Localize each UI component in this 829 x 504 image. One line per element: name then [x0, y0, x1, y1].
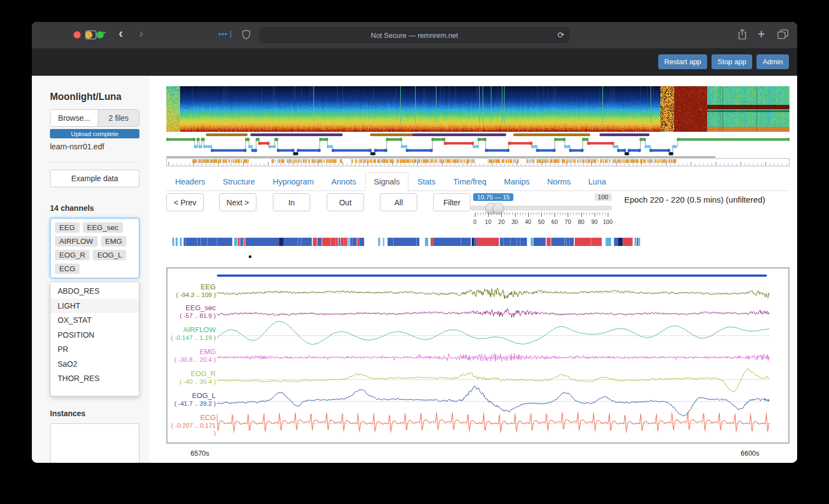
forward-icon[interactable]: ›: [139, 28, 143, 39]
tab-signals[interactable]: Signals: [365, 172, 409, 191]
files-count-label: 2 files: [98, 110, 139, 126]
instances-label: Instances: [50, 409, 86, 418]
tab-luna[interactable]: Luna: [580, 172, 615, 191]
epoch-status-label: Epoch 220 - 220 (0.5 mins) (unfiltered): [624, 195, 765, 204]
page-content: Moonlight/Luna Browse... 2 files Upload …: [32, 76, 797, 463]
x-axis-end-label: 6600s: [741, 450, 759, 457]
tab-hypnogram[interactable]: Hypnogram: [264, 172, 323, 191]
slider-tick-100: 100: [603, 219, 613, 225]
all-button[interactable]: All: [380, 193, 417, 211]
channel-tag-emg[interactable]: EMG: [101, 236, 127, 247]
channel-tag-eeg_sec[interactable]: EEG_sec: [83, 222, 123, 233]
channel-label-emg: EMG( -30.8 .. 20.4 ): [169, 348, 216, 363]
channel-option-abdo_res[interactable]: ABDO_RES: [51, 284, 139, 299]
channel-option-sao2[interactable]: SaO2: [51, 357, 139, 372]
reload-icon[interactable]: ⟳: [557, 30, 564, 40]
channel-label-eeg: EEG( -94.3 .. 109 ): [169, 283, 216, 299]
restart-app-button[interactable]: Restart app: [658, 54, 707, 69]
channel-label-airflow: AIRFLOW( -0.147 .. 1.19 ): [169, 326, 216, 341]
slider-ruler: [470, 212, 612, 217]
recording-extent-line: [166, 156, 715, 158]
channel-option-position[interactable]: POSITION: [51, 328, 139, 343]
slider-max-badge: 100: [595, 193, 612, 201]
slider-tick-0: 0: [473, 219, 477, 225]
slider-tick-60: 60: [551, 219, 558, 225]
close-window-button[interactable]: [74, 31, 81, 38]
sidebar-toggle-icon[interactable]: [85, 30, 97, 42]
extensions-icon[interactable]: •••❘: [219, 30, 234, 38]
epoch-range-slider: 10.75 — 15 100 0102030405060708090100: [470, 193, 613, 226]
channel-tag-eeg[interactable]: EEG: [55, 222, 80, 233]
tab-stats[interactable]: Stats: [408, 172, 444, 191]
slider-tick-70: 70: [565, 219, 572, 225]
filter-button[interactable]: Filter: [433, 193, 470, 211]
browser-toolbar: ⌄ ‹ › •••❘ Not Secure — remnrem.net ⟳ +: [32, 22, 797, 48]
channel-tag-ecg[interactable]: ECG: [55, 264, 80, 274]
sidebar-divider: [50, 162, 139, 163]
channel-label-eog_r: EOG_R( -40 .. 30.4 ): [169, 370, 216, 385]
share-icon[interactable]: [737, 29, 747, 42]
tab-time-freq[interactable]: Time/freq: [444, 172, 495, 191]
main-panel: HeadersStructureHypnogramAnnotsSignalsSt…: [149, 76, 797, 463]
x-axis-start-label: 6570s: [191, 450, 209, 457]
slider-range-badge: 10.75 — 15: [473, 193, 513, 201]
channel-tag-eog_r[interactable]: EOG_R: [55, 250, 89, 260]
browse-button[interactable]: Browse...: [51, 110, 98, 126]
zoom-in-button[interactable]: In: [273, 193, 310, 211]
slider-tick-20: 20: [498, 219, 505, 225]
instances-input[interactable]: [50, 423, 139, 463]
channel-tag-eog_l[interactable]: EOG_L: [93, 250, 126, 260]
tab-overview-icon[interactable]: [777, 29, 788, 42]
signal-traces: [217, 268, 770, 443]
spectrogram[interactable]: [166, 86, 789, 132]
channels-count-label: 14 channels: [50, 204, 94, 212]
example-data-button[interactable]: Example data: [50, 170, 139, 187]
zoom-out-button[interactable]: Out: [327, 193, 364, 211]
channel-option-light[interactable]: LIGHT: [51, 299, 139, 313]
channel-options-dropdown: ABDO_RESLIGHTOX_STATPOSITIONPRSaO2THOR_R…: [50, 282, 139, 396]
app-header: Restart appStop appAdmin: [32, 48, 797, 76]
channel-option-ox_stat[interactable]: OX_STAT: [51, 313, 139, 328]
upload-progress-bar: Upload complete: [50, 129, 139, 138]
annotation-strip[interactable]: [166, 158, 789, 166]
tab-headers[interactable]: Headers: [166, 172, 214, 191]
shield-icon[interactable]: [242, 30, 250, 42]
tab-manips[interactable]: Manips: [495, 172, 539, 191]
tab-bar: HeadersStructureHypnogramAnnotsSignalsSt…: [166, 172, 789, 191]
url-text: Not Secure — remnrem.net: [371, 31, 458, 40]
signals-plot[interactable]: EEG( -94.3 .. 109 )EEG_sec( -57 .. 81.9 …: [166, 267, 789, 444]
prev-button[interactable]: < Prev: [166, 193, 204, 211]
stage-band[interactable]: [172, 238, 640, 246]
browser-window: ⌄ ‹ › •••❘ Not Secure — remnrem.net ⟳ + …: [32, 22, 797, 463]
channel-tag-airflow[interactable]: AIRFLOW: [55, 236, 98, 247]
channel-label-eog_l: EOG_L( -41.7 .. 39.2 ): [169, 392, 216, 407]
channel-option-pr[interactable]: PR: [51, 342, 139, 357]
sidebar: Moonlight/Luna Browse... 2 files Upload …: [32, 76, 150, 463]
file-upload-control: Browse... 2 files: [50, 109, 139, 127]
slider-tick-30: 30: [512, 219, 518, 225]
url-bar[interactable]: Not Secure — remnrem.net ⟳: [259, 27, 570, 43]
tab-annots[interactable]: Annots: [323, 172, 365, 191]
slider-tick-50: 50: [538, 219, 545, 225]
tab-norms[interactable]: Norms: [539, 172, 580, 191]
selected-channels-input[interactable]: EEGEEG_secAIRFLOWEMGEOG_REOG_LECG: [50, 218, 139, 278]
tab-structure[interactable]: Structure: [214, 172, 264, 191]
back-icon[interactable]: ‹: [119, 28, 123, 39]
channel-label-eeg_sec: EEG_sec( -57 .. 81.9 ): [169, 304, 216, 320]
slider-tick-90: 90: [591, 219, 598, 225]
new-tab-icon[interactable]: +: [758, 27, 765, 42]
slider-tick-80: 80: [578, 219, 585, 225]
channel-option-thor_res[interactable]: THOR_RES: [51, 371, 139, 386]
next-button[interactable]: Next >: [219, 193, 256, 211]
chevron-down-icon[interactable]: ⌄: [101, 26, 108, 35]
hypnogram-strip[interactable]: [166, 136, 789, 156]
uploaded-file-name: learn-nsrr01.edf: [50, 142, 104, 151]
channel-label-ecg: ECG( -0.207 .. 0.171 ): [169, 414, 216, 437]
annotation-dot: [249, 255, 251, 258]
slider-tick-10: 10: [485, 219, 491, 225]
page-title: Moonlight/Luna: [50, 91, 121, 103]
slider-tick-40: 40: [525, 219, 531, 225]
stop-app-button[interactable]: Stop app: [712, 54, 752, 69]
app-header-buttons: Restart appStop appAdmin: [658, 54, 789, 69]
admin-button[interactable]: Admin: [757, 54, 789, 69]
